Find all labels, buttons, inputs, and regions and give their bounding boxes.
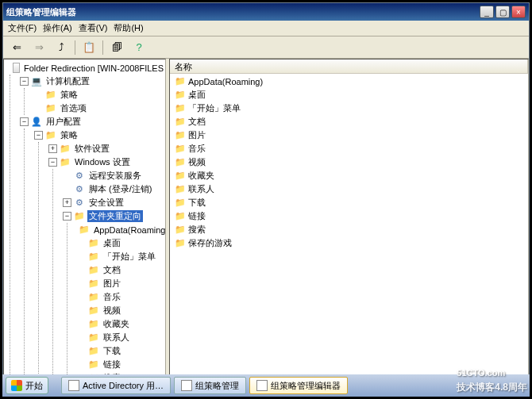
tree-item[interactable]: Folder Redirection [WIN-2008FILES (6, 61, 165, 75)
list-item[interactable]: 📁下载 (171, 196, 527, 209)
folder-icon: 📁 (87, 305, 99, 317)
item-label: AppData(Roaming) (188, 77, 263, 86)
folder-icon: 📁 (174, 103, 186, 114)
list-header[interactable]: 名称 (170, 59, 528, 74)
folder-icon: 📁 (174, 144, 186, 155)
folder-icon: 📁 (174, 184, 186, 195)
menu-view[interactable]: 查看(V) (79, 22, 108, 34)
folder-icon: 📁 (174, 211, 186, 222)
close-button[interactable]: × (511, 6, 526, 18)
item-label: 音乐 (188, 143, 206, 155)
collapse-toggle[interactable]: − (48, 158, 57, 167)
tree-label: 视频 (102, 305, 122, 317)
list-item[interactable]: 📁链接 (171, 209, 527, 223)
tree-item[interactable]: 📁收藏夹 (77, 317, 165, 331)
collapse-toggle[interactable]: − (63, 212, 71, 221)
tree-item[interactable]: −👤用户配置 (20, 115, 165, 129)
taskbar-task[interactable]: 组策略管理 (174, 377, 246, 394)
tree-node: 📁收藏夹 (77, 317, 165, 331)
tree-item[interactable]: 📁链接 (77, 358, 165, 371)
tree-item[interactable]: −📁Windows 设置 (48, 155, 165, 169)
tree-node: ⚙脚本 (登录/注销) (63, 182, 165, 196)
collapse-toggle[interactable]: − (20, 77, 29, 86)
list-item[interactable]: 📁AppData(Roaming) (171, 75, 527, 88)
app-icon (68, 380, 79, 391)
folder-icon: 📁 (87, 292, 99, 303)
list-item[interactable]: 📁图片 (171, 129, 527, 142)
list-item[interactable]: 📁视频 (171, 155, 527, 169)
list-item[interactable]: 📁「开始」菜单 (171, 102, 527, 115)
tree-item[interactable]: 📁首选项 (34, 102, 165, 115)
folder-icon: 📁 (174, 157, 186, 168)
collapse-toggle[interactable]: − (20, 117, 29, 126)
tree-item[interactable]: 📁文档 (77, 263, 165, 277)
taskbar-task[interactable]: Active Directory 用… (61, 377, 171, 394)
list-item[interactable]: 📁音乐 (171, 142, 527, 155)
tree-label: 链接 (102, 359, 122, 370)
menubar: 文件(F) 操作(A) 查看(V) 帮助(H) (3, 21, 529, 36)
start-button[interactable]: 开始 (6, 377, 48, 394)
list-item[interactable]: 📁文档 (171, 115, 527, 129)
help-button[interactable]: ? (130, 39, 148, 56)
back-button[interactable]: ⇐ (8, 39, 25, 56)
column-name[interactable]: 名称 (170, 59, 528, 73)
tree-node: −📁策略+📁软件设置−📁Windows 设置⚙远程安装服务⚙脚本 (登录/注销)… (34, 129, 165, 393)
list-pane[interactable]: 名称 📁AppData(Roaming)📁桌面📁「开始」菜单📁文档📁图片📁音乐📁… (169, 59, 529, 393)
tree-pane[interactable]: Folder Redirection [WIN-2008FILES−💻计算机配置… (3, 59, 166, 393)
maximize-button[interactable]: ▢ (495, 6, 510, 18)
tree-item[interactable]: ⚙脚本 (登录/注销) (63, 182, 165, 196)
tree-label: 联系人 (102, 332, 131, 343)
tree-item[interactable]: −📁策略 (34, 129, 165, 142)
tree-node: 📁下载 (77, 344, 165, 358)
tree-item[interactable]: 📁图片 (77, 277, 165, 290)
menu-help[interactable]: 帮助(H) (114, 22, 143, 34)
up-button[interactable]: ⤴ (52, 39, 70, 56)
titlebar[interactable]: 组策略管理编辑器 _ ▢ × (3, 3, 529, 21)
tree-node: 📁策略 (34, 88, 165, 102)
refresh-button[interactable]: 🗐 (108, 39, 125, 56)
separator (102, 40, 103, 55)
tree-label: Windows 设置 (73, 156, 132, 168)
expand-toggle[interactable]: + (48, 144, 57, 153)
list-item[interactable]: 📁搜索 (171, 223, 527, 236)
tree-item[interactable]: +⚙安全设置 (63, 196, 165, 209)
list-item[interactable]: 📁收藏夹 (171, 169, 527, 182)
tree-label: 图片 (102, 278, 122, 290)
tree-item[interactable]: 📁视频 (77, 304, 165, 317)
tree-item[interactable]: 📁AppData(Roaming) (77, 223, 165, 236)
menu-file[interactable]: 文件(F) (8, 22, 37, 34)
folder-icon: 📁 (174, 90, 186, 101)
tree-item[interactable]: 📁「开始」菜单 (77, 250, 165, 263)
list-item[interactable]: 📁桌面 (171, 88, 527, 102)
tree-label: 文档 (102, 264, 122, 276)
tree-item[interactable]: 📁下载 (77, 344, 165, 358)
collapse-toggle[interactable]: − (34, 131, 43, 140)
tree-item[interactable]: −📁文件夹重定向 (63, 209, 165, 223)
tree-node: 📁「开始」菜单 (77, 250, 165, 263)
tree-node: 📁链接 (77, 358, 165, 371)
minimize-button[interactable]: _ (480, 6, 494, 18)
tree-item[interactable]: 📁策略 (34, 88, 165, 102)
tree-item[interactable]: 📁联系人 (77, 331, 165, 344)
tree-item[interactable]: +📁软件设置 (48, 142, 165, 155)
list-item[interactable]: 📁联系人 (171, 182, 527, 196)
folder-icon: 📁 (87, 238, 99, 249)
taskbar-task[interactable]: 组策略管理编辑器 (249, 377, 348, 394)
menu-action[interactable]: 操作(A) (43, 22, 72, 34)
tree-item[interactable]: −💻计算机配置 (20, 75, 165, 88)
taskbar: 开始 Active Directory 用…组策略管理组策略管理编辑器 (2, 374, 530, 397)
forward-button[interactable]: ⇒ (30, 39, 48, 56)
properties-button[interactable]: 📋 (80, 39, 98, 56)
tree-root-node: Folder Redirection [WIN-2008FILES−💻计算机配置… (6, 61, 165, 393)
expand-toggle[interactable]: + (63, 198, 71, 207)
folder-icon: 📁 (174, 171, 186, 182)
app-icon (256, 380, 268, 391)
tree-item[interactable]: ⚙远程安装服务 (63, 169, 165, 182)
tree-label: Folder Redirection [WIN-2008FILES (22, 63, 165, 73)
list-item[interactable]: 📁保存的游戏 (171, 236, 527, 250)
item-label: 收藏夹 (188, 170, 214, 182)
item-label: 桌面 (188, 89, 206, 101)
tree-item[interactable]: 📁音乐 (77, 290, 165, 304)
folder-icon: 📁 (87, 359, 99, 370)
tree-item[interactable]: 📁桌面 (77, 236, 165, 250)
